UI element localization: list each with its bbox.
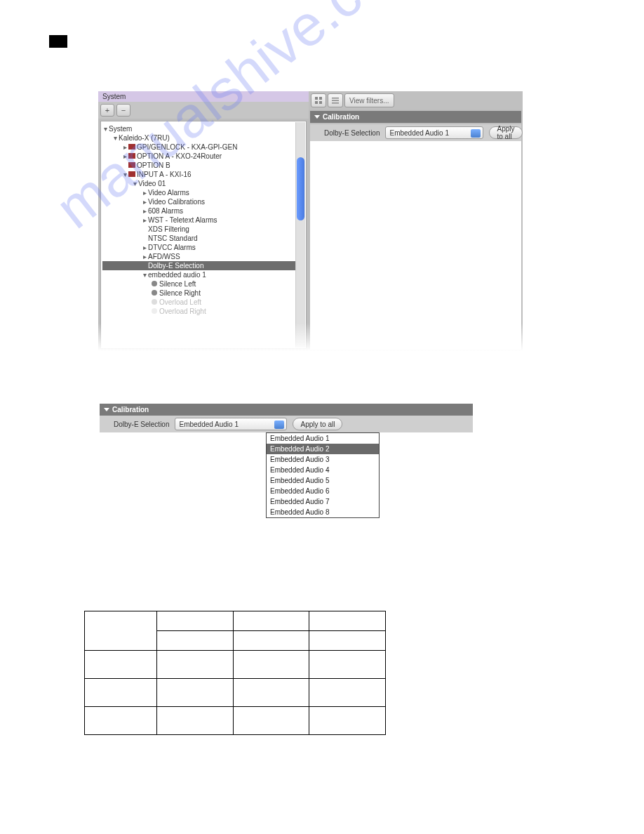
- svg-rect-5: [332, 100, 339, 102]
- apply-to-all-button-2[interactable]: Apply to all: [293, 418, 342, 430]
- dropdown-item[interactable]: Embedded Audio 5: [267, 475, 379, 486]
- tree-xds[interactable]: XDS Filtering: [148, 225, 189, 233]
- tree-option-a[interactable]: OPTION A - KXO-24Router: [137, 152, 222, 160]
- calibration-content: [310, 141, 521, 350]
- dropdown-item[interactable]: Embedded Audio 4: [267, 465, 379, 475]
- view-filters-button[interactable]: View filters...: [344, 93, 394, 107]
- tree-silence-right[interactable]: Silence Right: [159, 289, 201, 297]
- calibration-row-2: Dolby-E Selection Embedded Audio 1 Apply…: [100, 416, 473, 432]
- svg-rect-3: [319, 101, 322, 104]
- page-marker: [49, 35, 67, 48]
- list-icon: [331, 96, 340, 105]
- expand-all-button[interactable]: +: [100, 104, 114, 117]
- tree-overload-left[interactable]: Overload Left: [159, 298, 201, 306]
- grid-icon: [314, 96, 323, 105]
- tree-video[interactable]: Video 01: [138, 180, 166, 187]
- tree-dolby-selection[interactable]: Dolby-E Selection: [148, 262, 203, 270]
- tree-ntsc[interactable]: NTSC Standard: [148, 234, 198, 242]
- svg-rect-2: [315, 101, 318, 104]
- dolby-select[interactable]: Embedded Audio 1: [385, 126, 483, 139]
- tree-input-a[interactable]: INPUT A - KXI-16: [137, 171, 192, 178]
- dropdown-item[interactable]: Embedded Audio 7: [267, 496, 379, 507]
- table: [84, 611, 386, 735]
- tree-scrollbar[interactable]: [295, 122, 305, 348]
- calibration-row: Dolby-E Selection Embedded Audio 1 Apply…: [310, 124, 521, 141]
- svg-rect-4: [332, 98, 339, 99]
- dolby-select-open[interactable]: Embedded Audio 1: [175, 418, 287, 430]
- right-toolbar: View filters...: [309, 91, 523, 110]
- tree-608-alarms[interactable]: 608 Alarms: [148, 207, 183, 215]
- tree-silence-left[interactable]: Silence Left: [159, 280, 196, 288]
- calibration-title: Calibration: [323, 113, 359, 121]
- collapse-icon: [314, 115, 320, 119]
- svg-rect-1: [319, 97, 322, 100]
- list-view-button[interactable]: [328, 93, 343, 107]
- tree-gpi[interactable]: GPI/GENLOCK - KXA-GPI-GEN: [137, 143, 237, 151]
- svg-rect-6: [332, 102, 339, 104]
- dolby-label-2: Dolby-E Selection: [114, 421, 169, 428]
- collapse-icon: [104, 408, 109, 411]
- dropdown-item[interactable]: Embedded Audio 6: [267, 486, 379, 496]
- screenshot-tree-and-calibration: System + − ▾System ▾Kaleido-X (7RU) ▸GPI…: [98, 91, 523, 351]
- tree-dtvcc[interactable]: DTVCC Alarms: [148, 244, 196, 251]
- icon-view-button[interactable]: [311, 93, 326, 107]
- system-tree[interactable]: ▾System ▾Kaleido-X (7RU) ▸GPI/GENLOCK - …: [100, 121, 307, 349]
- tree-overload-right[interactable]: Overload Right: [159, 307, 206, 315]
- tree-embedded-audio[interactable]: embedded audio 1: [148, 271, 206, 279]
- dropdown-item[interactable]: Embedded Audio 3: [267, 454, 379, 465]
- svg-rect-0: [315, 97, 318, 100]
- system-header: System: [98, 91, 309, 102]
- dolby-label: Dolby-E Selection: [324, 129, 380, 137]
- tree-toolbar: + −: [98, 102, 309, 119]
- right-panel: View filters... Calibration Dolby-E Sele…: [309, 91, 523, 351]
- tree-root[interactable]: System: [109, 125, 132, 133]
- fade-overlay: [98, 323, 523, 351]
- dropdown-item[interactable]: Embedded Audio 1: [267, 433, 379, 444]
- empty-table: [84, 611, 386, 735]
- tree-kaleido[interactable]: Kaleido-X (7RU): [119, 134, 170, 142]
- dolby-dropdown-list[interactable]: Embedded Audio 1 Embedded Audio 2 Embedd…: [266, 432, 380, 518]
- screenshot-dropdown-open: Calibration Dolby-E Selection Embedded A…: [100, 404, 473, 518]
- calibration-header[interactable]: Calibration: [310, 111, 521, 123]
- collapse-all-button[interactable]: −: [116, 104, 130, 117]
- calibration-title-2: Calibration: [112, 406, 149, 413]
- tree-video-alarms[interactable]: Video Alarms: [148, 189, 189, 197]
- dropdown-item[interactable]: Embedded Audio 8: [267, 507, 379, 517]
- tree-afd[interactable]: AFD/WSS: [148, 253, 180, 260]
- apply-to-all-button[interactable]: Apply to all: [489, 126, 522, 139]
- tree-option-b[interactable]: OPTION B: [137, 161, 170, 169]
- dropdown-item[interactable]: Embedded Audio 2: [267, 444, 379, 454]
- tree-wst[interactable]: WST - Teletext Alarms: [148, 216, 217, 224]
- tree-video-calibrations[interactable]: Video Calibrations: [148, 198, 205, 206]
- calibration-header-2[interactable]: Calibration: [100, 404, 473, 416]
- tree-scroll-thumb[interactable]: [297, 157, 304, 220]
- left-panel: System + − ▾System ▾Kaleido-X (7RU) ▸GPI…: [98, 91, 309, 351]
